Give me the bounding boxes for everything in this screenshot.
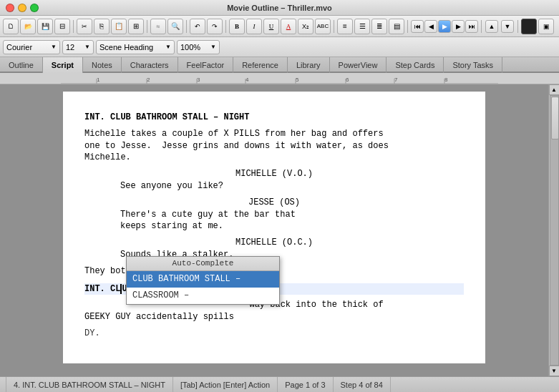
status-step: Step 4 of 84 <box>334 377 391 392</box>
zoom-chevron-icon: ▼ <box>210 44 216 50</box>
ruler: 1 2 3 4 5 6 7 8 <box>0 73 559 84</box>
minimize-button[interactable] <box>18 4 26 12</box>
open-button[interactable]: 📂 <box>20 19 36 34</box>
ruler-content: 1 2 3 4 5 6 7 8 <box>61 73 498 84</box>
increase-btn[interactable]: ▲ <box>485 20 498 33</box>
toolbar-sep-6 <box>407 20 408 33</box>
color-button[interactable]: A <box>281 19 296 34</box>
size-selector[interactable]: 12 ▼ <box>62 40 94 54</box>
action-4: DY. <box>84 328 464 340</box>
format-bar: Courier ▼ 12 ▼ Scene Heading ▼ 100% ▼ <box>0 37 559 57</box>
scroll-down-button[interactable]: ▼ <box>549 366 560 376</box>
new-button[interactable]: 🗋 <box>3 19 19 34</box>
underline-button[interactable]: U <box>263 19 279 34</box>
nav-arrows: ⏮ ◀ ▶ ▶ ⏭ <box>411 20 478 33</box>
character-3: MICHELLE (O.C.) <box>84 237 464 249</box>
tab-outline[interactable]: Outline <box>0 57 43 73</box>
justify-button[interactable]: ▤ <box>389 19 404 34</box>
autocomplete-title: Auto-Complete <box>127 257 279 271</box>
tool-btn-4[interactable]: ⊞ <box>128 19 144 34</box>
vertical-scrollbar[interactable]: ▲ ▼ <box>548 84 559 376</box>
paste-button[interactable]: 📋 <box>111 19 127 34</box>
tab-script[interactable]: Script <box>43 57 83 73</box>
next-scene-button[interactable]: ▶ <box>452 20 465 33</box>
character-2: JESSE (OS) <box>84 197 464 209</box>
autocomplete-dropdown[interactable]: Auto-Complete CLUB BATHROOM STALL – CLAS… <box>126 256 280 305</box>
toolbar-sep-8 <box>517 20 518 33</box>
last-scene-button[interactable]: ⏭ <box>465 20 478 33</box>
toolbar-sep-5 <box>334 20 334 33</box>
traffic-lights <box>6 4 39 12</box>
dialogue-2: There's a cute guy at the bar that keeps… <box>120 209 428 233</box>
maximize-button[interactable] <box>30 4 39 12</box>
scroll-up-button[interactable]: ▲ <box>549 84 560 95</box>
close-button[interactable] <box>6 4 14 12</box>
action-1: Michelle takes a couple of X PILLS from … <box>84 128 464 164</box>
svg-text:8: 8 <box>444 77 448 83</box>
svg-text:6: 6 <box>346 77 349 83</box>
script-page: INT. CLUB BATHROOM STALL – NIGHT Michell… <box>63 92 485 363</box>
scroll-thumb[interactable] <box>551 97 559 139</box>
prev-scene-button[interactable]: ◀ <box>424 20 437 33</box>
italic-button[interactable]: I <box>246 19 262 34</box>
main-area: INT. CLUB BATHROOM STALL – NIGHT Michell… <box>0 84 559 376</box>
toolbar-sep-2 <box>147 20 147 33</box>
align-right-button[interactable]: ≣ <box>371 19 387 34</box>
main-toolbar: 🗋 📂 💾 ⊟ ✂ ⎘ 📋 ⊞ ≈ 🔍 ↶ ↷ B I U A X₂ ABC ≡… <box>0 16 559 37</box>
svg-text:4: 4 <box>246 77 249 83</box>
first-scene-button[interactable]: ⏮ <box>411 20 424 33</box>
style-chevron-icon: ▼ <box>165 44 171 50</box>
tab-characters[interactable]: Characters <box>122 57 178 73</box>
font-x-button[interactable]: X₂ <box>298 19 313 34</box>
script-container[interactable]: INT. CLUB BATHROOM STALL – NIGHT Michell… <box>0 84 548 376</box>
svg-text:2: 2 <box>147 77 150 83</box>
style-selector[interactable]: Scene Heading ▼ <box>96 40 175 54</box>
tool-btn-6[interactable]: 🔍 <box>167 19 183 34</box>
autocomplete-item-2[interactable]: CLASSROOM – <box>127 288 279 304</box>
autocomplete-item-1[interactable]: CLUB BATHROOM STALL – <box>127 271 279 288</box>
align-left-button[interactable]: ≡ <box>337 19 353 34</box>
abc-button[interactable]: ABC <box>315 19 331 34</box>
tab-storytasks[interactable]: Story Tasks <box>444 57 502 73</box>
bold-button[interactable]: B <box>229 19 245 34</box>
tab-stepcards[interactable]: Step Cards <box>387 57 444 73</box>
window-title: Movie Outline – Thriller.mvo <box>227 4 332 12</box>
redo-button[interactable]: ↷ <box>207 19 223 34</box>
cut-button[interactable]: ✂ <box>77 19 92 34</box>
align-center-button[interactable]: ☰ <box>354 19 370 34</box>
tab-bar: Outline Script Notes Characters FeelFact… <box>0 57 559 73</box>
status-bar: 4. INT. CLUB BATHROOM STALL – NIGHT [Tab… <box>0 376 559 392</box>
status-action: [Tab] Action [Enter] Action <box>173 377 278 392</box>
extra-btn-1[interactable]: ▣ <box>538 19 554 34</box>
toolbar-sep-1 <box>73 20 74 33</box>
tab-powerview[interactable]: PowerView <box>330 57 387 73</box>
scroll-track[interactable] <box>550 95 559 366</box>
toolbar-sep-4 <box>225 20 226 33</box>
tool-btn-5[interactable]: ≈ <box>150 19 166 34</box>
color-swatch[interactable] <box>521 19 537 34</box>
tab-feelfactor[interactable]: FeelFactor <box>178 57 234 73</box>
zoom-selector[interactable]: 100% ▼ <box>177 40 220 54</box>
scene-heading-1: INT. CLUB BATHROOM STALL – NIGHT <box>84 112 464 124</box>
tab-library[interactable]: Library <box>288 57 330 73</box>
status-scene: 4. INT. CLUB BATHROOM STALL – NIGHT <box>6 377 173 392</box>
font-selector[interactable]: Courier ▼ <box>3 40 60 54</box>
size-chevron-icon: ▼ <box>84 44 90 50</box>
svg-text:1: 1 <box>97 77 100 83</box>
toolbar-sep-7 <box>481 20 482 33</box>
copy-button[interactable]: ⎘ <box>94 19 110 34</box>
decrease-btn[interactable]: ▼ <box>501 20 514 33</box>
svg-text:7: 7 <box>394 77 398 83</box>
dialogue-1: See anyone you like? <box>120 180 428 192</box>
print-button[interactable]: ⊟ <box>54 19 70 34</box>
tab-notes[interactable]: Notes <box>83 57 122 73</box>
svg-text:5: 5 <box>296 77 299 83</box>
play-button[interactable]: ▶ <box>438 20 451 33</box>
undo-button[interactable]: ↶ <box>190 19 205 34</box>
title-bar: Movie Outline – Thriller.mvo <box>0 0 559 16</box>
save-button[interactable]: 💾 <box>37 19 53 34</box>
font-chevron-icon: ▼ <box>51 44 57 50</box>
svg-text:3: 3 <box>197 77 200 83</box>
status-page: Page 1 of 3 <box>278 377 333 392</box>
tab-reference[interactable]: Reference <box>233 57 288 73</box>
